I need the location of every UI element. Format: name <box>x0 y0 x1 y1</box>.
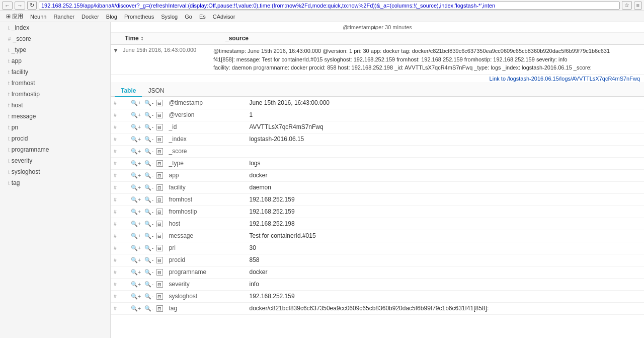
column-toggle-icon[interactable]: ⊟ <box>156 293 163 300</box>
filter-plus-icon[interactable]: 🔍+ <box>130 172 142 179</box>
filter-minus-icon[interactable]: 🔍- <box>143 99 154 107</box>
column-toggle-icon[interactable]: ⊟ <box>156 136 163 143</box>
filter-plus-icon[interactable]: 🔍+ <box>130 256 142 264</box>
sidebar-item-procid[interactable]: t procid <box>0 133 110 144</box>
refresh-button[interactable]: ↻ <box>27 1 37 10</box>
column-toggle-icon[interactable]: ⊟ <box>156 269 163 276</box>
row-icons-cell: 🔍+ 🔍- ⊟ <box>127 109 166 121</box>
filter-minus-icon[interactable]: 🔍- <box>143 184 154 191</box>
sidebar-item-message[interactable]: t message <box>0 111 110 122</box>
filter-plus-icon[interactable]: 🔍+ <box>130 99 142 107</box>
field-icon-programname: t <box>8 147 10 153</box>
collapse-button[interactable]: ▲ <box>371 23 377 30</box>
sidebar-item-index[interactable]: t _index <box>0 22 110 33</box>
bookmark-es[interactable]: Es <box>196 13 209 21</box>
sidebar-item-sysloghost[interactable]: t sysloghost <box>0 166 110 177</box>
column-toggle-icon[interactable]: ⊟ <box>156 257 163 263</box>
filter-minus-icon[interactable]: 🔍- <box>143 148 154 155</box>
filter-minus-icon[interactable]: 🔍- <box>143 196 154 204</box>
filter-plus-icon[interactable]: 🔍+ <box>130 123 142 131</box>
row-icons-cell: 🔍+ 🔍- ⊟ <box>127 181 166 193</box>
filter-minus-icon[interactable]: 🔍- <box>143 160 154 167</box>
filter-plus-icon[interactable]: 🔍+ <box>130 232 142 240</box>
field-value-cell: June 15th 2016, 16:43:00.000 <box>247 97 645 109</box>
column-toggle-icon[interactable]: ⊟ <box>156 100 163 106</box>
menu-button[interactable]: ≡ <box>634 2 642 10</box>
column-toggle-icon[interactable]: ⊟ <box>156 172 163 179</box>
filter-plus-icon[interactable]: 🔍+ <box>130 244 142 252</box>
star-button[interactable]: ☆ <box>622 1 632 10</box>
bookmark-apps[interactable]: ⊞ 应用 <box>3 12 26 21</box>
column-toggle-icon[interactable]: ⊟ <box>156 221 163 227</box>
row-expand-toggle[interactable]: ▼ <box>111 45 121 74</box>
column-toggle-icon[interactable]: ⊟ <box>156 209 163 215</box>
filter-plus-icon[interactable]: 🔍+ <box>130 184 142 191</box>
sidebar-item-tag[interactable]: t tag <box>0 177 110 188</box>
filter-minus-icon[interactable]: 🔍- <box>143 244 154 252</box>
column-toggle-icon[interactable]: ⊟ <box>156 148 163 155</box>
column-toggle-icon[interactable]: ⊟ <box>156 196 163 203</box>
back-button[interactable]: ← <box>2 2 13 10</box>
row-toggle-cell: # <box>111 181 127 193</box>
bookmark-cadvisor[interactable]: CAdvisor <box>210 13 238 21</box>
column-toggle-icon[interactable]: ⊟ <box>156 160 163 167</box>
filter-plus-icon[interactable]: 🔍+ <box>130 268 142 276</box>
filter-plus-icon[interactable]: 🔍+ <box>130 305 142 312</box>
filter-minus-icon[interactable]: 🔍- <box>143 268 154 276</box>
filter-minus-icon[interactable]: 🔍- <box>143 305 154 312</box>
url-bar[interactable] <box>39 2 620 10</box>
bookmark-prometheus[interactable]: Prometheus <box>121 13 157 21</box>
bookmark-blog[interactable]: Blog <box>103 13 120 21</box>
sidebar-item-programname[interactable]: t programname <box>0 144 110 155</box>
bookmark-neunn[interactable]: Neunn <box>27 13 49 21</box>
sidebar-item-fromhostip[interactable]: t fromhostip <box>0 89 110 100</box>
table-row: # 🔍+ 🔍- ⊟ host192.168.252.198 <box>111 218 644 230</box>
filter-plus-icon[interactable]: 🔍+ <box>130 208 142 216</box>
field-icon-fromhost: t <box>8 81 10 86</box>
col-time-header[interactable]: Time ↕ <box>125 35 225 42</box>
sidebar-item-app[interactable]: t app <box>0 55 110 66</box>
filter-minus-icon[interactable]: 🔍- <box>143 256 154 264</box>
filter-plus-icon[interactable]: 🔍+ <box>130 111 142 119</box>
field-name-cell: tag <box>166 302 247 314</box>
bookmark-syslog[interactable]: Syslog <box>158 13 181 21</box>
column-toggle-icon[interactable]: ⊟ <box>156 124 163 130</box>
bookmark-docker[interactable]: Docker <box>78 13 102 21</box>
filter-minus-icon[interactable]: 🔍- <box>143 220 154 228</box>
sidebar-item-type[interactable]: t _type <box>0 44 110 55</box>
filter-minus-icon[interactable]: 🔍- <box>143 281 154 288</box>
tab-json[interactable]: JSON <box>142 85 170 97</box>
filter-plus-icon[interactable]: 🔍+ <box>130 281 142 288</box>
sidebar-item-fromhost[interactable]: t fromhost <box>0 78 110 89</box>
column-toggle-icon[interactable]: ⊟ <box>156 305 163 312</box>
filter-plus-icon[interactable]: 🔍+ <box>130 196 142 204</box>
filter-plus-icon[interactable]: 🔍+ <box>130 293 142 300</box>
column-toggle-icon[interactable]: ⊟ <box>156 184 163 191</box>
field-name-cell: _type <box>166 157 247 169</box>
filter-minus-icon[interactable]: 🔍- <box>143 232 154 240</box>
filter-minus-icon[interactable]: 🔍- <box>143 293 154 300</box>
forward-button[interactable]: → <box>15 2 25 10</box>
filter-minus-icon[interactable]: 🔍- <box>143 208 154 216</box>
filter-plus-icon[interactable]: 🔍+ <box>130 220 142 228</box>
filter-minus-icon[interactable]: 🔍- <box>143 111 154 119</box>
filter-plus-icon[interactable]: 🔍+ <box>130 148 142 155</box>
column-toggle-icon[interactable]: ⊟ <box>156 281 163 288</box>
sidebar-item-severity[interactable]: t severity <box>0 155 110 166</box>
sidebar-item-pn[interactable]: t pn <box>0 122 110 133</box>
column-toggle-icon[interactable]: ⊟ <box>156 112 163 118</box>
column-toggle-icon[interactable]: ⊟ <box>156 245 163 251</box>
filter-minus-icon[interactable]: 🔍- <box>143 123 154 131</box>
filter-minus-icon[interactable]: 🔍- <box>143 136 154 143</box>
bookmark-go[interactable]: Go <box>182 13 195 21</box>
sidebar-item-host[interactable]: t host <box>0 100 110 111</box>
filter-plus-icon[interactable]: 🔍+ <box>130 160 142 167</box>
filter-minus-icon[interactable]: 🔍- <box>143 172 154 179</box>
column-toggle-icon[interactable]: ⊟ <box>156 233 163 239</box>
log-link[interactable]: Link to /logstash-2016.06.15/logs/AVVTTL… <box>111 75 644 83</box>
filter-plus-icon[interactable]: 🔍+ <box>130 136 142 143</box>
tab-table[interactable]: Table <box>115 85 142 97</box>
sidebar-item-score[interactable]: # _score <box>0 33 110 44</box>
bookmark-rancher[interactable]: Rancher <box>50 13 77 21</box>
sidebar-item-facility[interactable]: t facility <box>0 66 110 78</box>
